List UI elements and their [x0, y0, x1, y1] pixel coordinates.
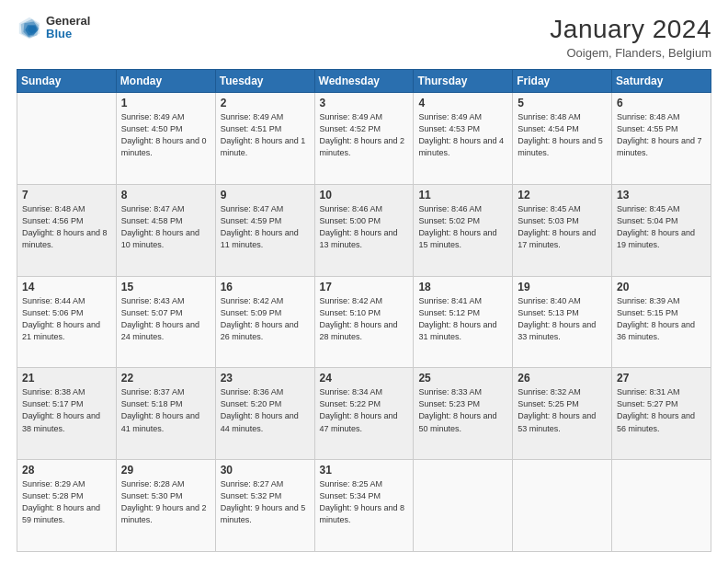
- calendar-cell: 5Sunrise: 8:48 AM Sunset: 4:54 PM Daylig…: [513, 93, 612, 185]
- calendar-cell: [612, 460, 711, 552]
- day-number: 23: [221, 372, 310, 385]
- day-detail: Sunrise: 8:31 AM Sunset: 5:27 PM Dayligh…: [617, 386, 706, 434]
- header: General Blue January 2024 Ooigem, Flande…: [17, 15, 711, 60]
- day-detail: Sunrise: 8:41 AM Sunset: 5:12 PM Dayligh…: [418, 295, 507, 343]
- calendar-cell: 30Sunrise: 8:27 AM Sunset: 5:32 PM Dayli…: [215, 460, 314, 552]
- weekday-header: Thursday: [414, 70, 513, 93]
- day-detail: Sunrise: 8:47 AM Sunset: 4:58 PM Dayligh…: [121, 203, 210, 251]
- calendar-cell: 13Sunrise: 8:45 AM Sunset: 5:04 PM Dayli…: [612, 184, 711, 276]
- page: General Blue January 2024 Ooigem, Flande…: [0, 0, 728, 563]
- logo-blue-text: Blue: [46, 28, 90, 40]
- day-number: 31: [320, 464, 409, 477]
- calendar-week-row: 21Sunrise: 8:38 AM Sunset: 5:17 PM Dayli…: [17, 368, 711, 460]
- day-detail: Sunrise: 8:48 AM Sunset: 4:54 PM Dayligh…: [518, 111, 607, 159]
- title-block: January 2024 Ooigem, Flanders, Belgium: [550, 15, 711, 60]
- day-detail: Sunrise: 8:48 AM Sunset: 4:56 PM Dayligh…: [22, 203, 111, 251]
- calendar-cell: 8Sunrise: 8:47 AM Sunset: 4:58 PM Daylig…: [116, 184, 215, 276]
- calendar-cell: [513, 460, 612, 552]
- day-detail: Sunrise: 8:37 AM Sunset: 5:18 PM Dayligh…: [121, 386, 210, 434]
- calendar-header-row: SundayMondayTuesdayWednesdayThursdayFrid…: [17, 70, 711, 93]
- calendar-week-row: 28Sunrise: 8:29 AM Sunset: 5:28 PM Dayli…: [17, 460, 711, 552]
- day-number: 19: [518, 281, 607, 293]
- day-number: 26: [518, 372, 607, 385]
- day-number: 30: [221, 464, 310, 477]
- day-number: 14: [22, 281, 111, 293]
- calendar-cell: 4Sunrise: 8:49 AM Sunset: 4:53 PM Daylig…: [414, 93, 513, 185]
- calendar-week-row: 1Sunrise: 8:49 AM Sunset: 4:50 PM Daylig…: [17, 93, 711, 185]
- day-number: 28: [22, 464, 111, 477]
- calendar-cell: 12Sunrise: 8:45 AM Sunset: 5:03 PM Dayli…: [513, 184, 612, 276]
- day-number: 11: [418, 189, 507, 201]
- day-detail: Sunrise: 8:49 AM Sunset: 4:50 PM Dayligh…: [121, 111, 210, 159]
- day-detail: Sunrise: 8:46 AM Sunset: 5:00 PM Dayligh…: [320, 203, 409, 251]
- day-detail: Sunrise: 8:48 AM Sunset: 4:55 PM Dayligh…: [617, 111, 706, 159]
- day-number: 27: [617, 372, 706, 385]
- day-detail: Sunrise: 8:29 AM Sunset: 5:28 PM Dayligh…: [22, 478, 111, 526]
- day-detail: Sunrise: 8:36 AM Sunset: 5:20 PM Dayligh…: [221, 386, 310, 434]
- calendar-cell: 15Sunrise: 8:43 AM Sunset: 5:07 PM Dayli…: [116, 276, 215, 368]
- day-number: 5: [518, 97, 607, 109]
- subtitle: Ooigem, Flanders, Belgium: [550, 46, 711, 60]
- day-detail: Sunrise: 8:25 AM Sunset: 5:34 PM Dayligh…: [320, 478, 409, 526]
- calendar-cell: 20Sunrise: 8:39 AM Sunset: 5:15 PM Dayli…: [612, 276, 711, 368]
- calendar-cell: 10Sunrise: 8:46 AM Sunset: 5:00 PM Dayli…: [314, 184, 414, 276]
- day-detail: Sunrise: 8:33 AM Sunset: 5:23 PM Dayligh…: [418, 386, 507, 434]
- calendar-cell: 11Sunrise: 8:46 AM Sunset: 5:02 PM Dayli…: [414, 184, 513, 276]
- logo-general-text: General: [46, 15, 90, 28]
- weekday-header: Monday: [116, 70, 215, 93]
- calendar-cell: 9Sunrise: 8:47 AM Sunset: 4:59 PM Daylig…: [215, 184, 314, 276]
- calendar-week-row: 14Sunrise: 8:44 AM Sunset: 5:06 PM Dayli…: [17, 276, 711, 368]
- day-detail: Sunrise: 8:43 AM Sunset: 5:07 PM Dayligh…: [121, 295, 210, 343]
- weekday-header: Wednesday: [314, 70, 414, 93]
- calendar-cell: 6Sunrise: 8:48 AM Sunset: 4:55 PM Daylig…: [612, 93, 711, 185]
- day-number: 21: [22, 372, 111, 385]
- day-number: 7: [22, 189, 111, 201]
- day-number: 17: [320, 281, 409, 293]
- calendar-cell: 25Sunrise: 8:33 AM Sunset: 5:23 PM Dayli…: [414, 368, 513, 460]
- day-detail: Sunrise: 8:44 AM Sunset: 5:06 PM Dayligh…: [22, 295, 111, 343]
- logo-icon: [17, 15, 42, 40]
- day-number: 10: [320, 189, 409, 201]
- calendar-cell: 17Sunrise: 8:42 AM Sunset: 5:10 PM Dayli…: [314, 276, 414, 368]
- calendar-cell: 23Sunrise: 8:36 AM Sunset: 5:20 PM Dayli…: [215, 368, 314, 460]
- calendar-cell: 24Sunrise: 8:34 AM Sunset: 5:22 PM Dayli…: [314, 368, 414, 460]
- day-number: 12: [518, 189, 607, 201]
- weekday-header: Sunday: [17, 70, 117, 93]
- day-number: 13: [617, 189, 706, 201]
- calendar-cell: 29Sunrise: 8:28 AM Sunset: 5:30 PM Dayli…: [116, 460, 215, 552]
- calendar-cell: 27Sunrise: 8:31 AM Sunset: 5:27 PM Dayli…: [612, 368, 711, 460]
- calendar-cell: 19Sunrise: 8:40 AM Sunset: 5:13 PM Dayli…: [513, 276, 612, 368]
- day-number: 4: [418, 97, 507, 109]
- calendar-week-row: 7Sunrise: 8:48 AM Sunset: 4:56 PM Daylig…: [17, 184, 711, 276]
- day-detail: Sunrise: 8:38 AM Sunset: 5:17 PM Dayligh…: [22, 386, 111, 434]
- day-number: 22: [121, 372, 210, 385]
- day-detail: Sunrise: 8:27 AM Sunset: 5:32 PM Dayligh…: [221, 478, 310, 526]
- calendar-cell: 1Sunrise: 8:49 AM Sunset: 4:50 PM Daylig…: [116, 93, 215, 185]
- day-detail: Sunrise: 8:40 AM Sunset: 5:13 PM Dayligh…: [518, 295, 607, 343]
- day-number: 29: [121, 464, 210, 477]
- day-detail: Sunrise: 8:45 AM Sunset: 5:04 PM Dayligh…: [617, 203, 706, 251]
- calendar-cell: 22Sunrise: 8:37 AM Sunset: 5:18 PM Dayli…: [116, 368, 215, 460]
- day-detail: Sunrise: 8:42 AM Sunset: 5:09 PM Dayligh…: [221, 295, 310, 343]
- day-detail: Sunrise: 8:49 AM Sunset: 4:53 PM Dayligh…: [418, 111, 507, 159]
- calendar-cell: [414, 460, 513, 552]
- day-detail: Sunrise: 8:39 AM Sunset: 5:15 PM Dayligh…: [617, 295, 706, 343]
- weekday-header: Friday: [513, 70, 612, 93]
- calendar-cell: 16Sunrise: 8:42 AM Sunset: 5:09 PM Dayli…: [215, 276, 314, 368]
- day-detail: Sunrise: 8:49 AM Sunset: 4:52 PM Dayligh…: [320, 111, 409, 159]
- calendar-cell: 18Sunrise: 8:41 AM Sunset: 5:12 PM Dayli…: [414, 276, 513, 368]
- day-detail: Sunrise: 8:46 AM Sunset: 5:02 PM Dayligh…: [418, 203, 507, 251]
- day-number: 25: [418, 372, 507, 385]
- calendar-cell: 28Sunrise: 8:29 AM Sunset: 5:28 PM Dayli…: [17, 460, 117, 552]
- day-number: 24: [320, 372, 409, 385]
- main-title: January 2024: [550, 15, 711, 44]
- day-detail: Sunrise: 8:47 AM Sunset: 4:59 PM Dayligh…: [221, 203, 310, 251]
- calendar-cell: 26Sunrise: 8:32 AM Sunset: 5:25 PM Dayli…: [513, 368, 612, 460]
- day-detail: Sunrise: 8:34 AM Sunset: 5:22 PM Dayligh…: [320, 386, 409, 434]
- calendar-cell: [17, 93, 117, 185]
- calendar-cell: 3Sunrise: 8:49 AM Sunset: 4:52 PM Daylig…: [314, 93, 414, 185]
- day-number: 20: [617, 281, 706, 293]
- day-number: 9: [221, 189, 310, 201]
- weekday-header: Saturday: [612, 70, 711, 93]
- weekday-header: Tuesday: [215, 70, 314, 93]
